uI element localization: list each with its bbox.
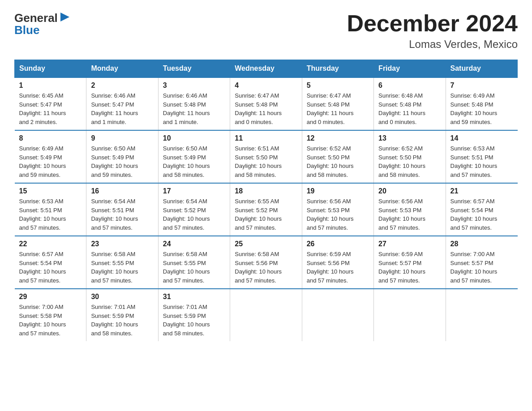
table-row: 18Sunrise: 6:55 AMSunset: 5:52 PMDayligh… bbox=[230, 183, 302, 236]
day-number: 30 bbox=[91, 293, 153, 301]
day-number: 21 bbox=[450, 187, 513, 195]
day-info: Sunrise: 6:56 AMSunset: 5:53 PMDaylight:… bbox=[307, 197, 369, 232]
day-info: Sunrise: 6:51 AMSunset: 5:50 PMDaylight:… bbox=[235, 144, 297, 179]
table-row: 15Sunrise: 6:53 AMSunset: 5:51 PMDayligh… bbox=[15, 183, 86, 236]
table-row: 29Sunrise: 7:00 AMSunset: 5:58 PMDayligh… bbox=[15, 289, 86, 341]
table-row: 9Sunrise: 6:50 AMSunset: 5:49 PMDaylight… bbox=[86, 130, 158, 183]
header-saturday: Saturday bbox=[446, 60, 517, 78]
day-number: 31 bbox=[163, 293, 225, 301]
day-number: 14 bbox=[450, 134, 513, 142]
table-row: 17Sunrise: 6:54 AMSunset: 5:52 PMDayligh… bbox=[158, 183, 230, 236]
day-info: Sunrise: 6:52 AMSunset: 5:50 PMDaylight:… bbox=[378, 144, 441, 179]
table-row: 2Sunrise: 6:46 AMSunset: 5:47 PMDaylight… bbox=[86, 77, 158, 130]
day-info: Sunrise: 6:59 AMSunset: 5:57 PMDaylight:… bbox=[378, 250, 441, 285]
day-number: 28 bbox=[450, 240, 513, 248]
table-row: 22Sunrise: 6:57 AMSunset: 5:54 PMDayligh… bbox=[15, 236, 86, 289]
header-monday: Monday bbox=[86, 60, 158, 78]
calendar-week-row: 8Sunrise: 6:49 AMSunset: 5:49 PMDaylight… bbox=[15, 130, 518, 183]
table-row: 19Sunrise: 6:56 AMSunset: 5:53 PMDayligh… bbox=[302, 183, 373, 236]
day-info: Sunrise: 6:50 AMSunset: 5:49 PMDaylight:… bbox=[163, 144, 225, 179]
day-info: Sunrise: 6:49 AMSunset: 5:49 PMDaylight:… bbox=[19, 144, 82, 179]
day-info: Sunrise: 6:58 AMSunset: 5:55 PMDaylight:… bbox=[91, 250, 153, 285]
day-info: Sunrise: 6:49 AMSunset: 5:48 PMDaylight:… bbox=[450, 91, 513, 126]
page-header: General Blue December 2024 Lomas Verdes,… bbox=[14, 11, 518, 51]
table-row: 7Sunrise: 6:49 AMSunset: 5:48 PMDaylight… bbox=[446, 77, 517, 130]
logo-text-general: General bbox=[14, 11, 58, 25]
table-row: 21Sunrise: 6:57 AMSunset: 5:54 PMDayligh… bbox=[446, 183, 517, 236]
day-info: Sunrise: 6:54 AMSunset: 5:52 PMDaylight:… bbox=[163, 197, 225, 232]
day-number: 29 bbox=[19, 293, 82, 301]
table-row: 5Sunrise: 6:47 AMSunset: 5:48 PMDaylight… bbox=[302, 77, 373, 130]
header-wednesday: Wednesday bbox=[230, 60, 302, 78]
day-number: 22 bbox=[19, 240, 82, 248]
day-info: Sunrise: 6:55 AMSunset: 5:52 PMDaylight:… bbox=[235, 197, 297, 232]
day-info: Sunrise: 7:01 AMSunset: 5:59 PMDaylight:… bbox=[91, 303, 153, 338]
calendar-subtitle: Lomas Verdes, Mexico bbox=[347, 38, 518, 51]
table-row bbox=[374, 289, 446, 341]
table-row: 24Sunrise: 6:58 AMSunset: 5:55 PMDayligh… bbox=[158, 236, 230, 289]
day-info: Sunrise: 6:56 AMSunset: 5:53 PMDaylight:… bbox=[378, 197, 441, 232]
table-row: 31Sunrise: 7:01 AMSunset: 5:59 PMDayligh… bbox=[158, 289, 230, 341]
header-tuesday: Tuesday bbox=[158, 60, 230, 78]
calendar-week-row: 29Sunrise: 7:00 AMSunset: 5:58 PMDayligh… bbox=[15, 289, 518, 341]
day-info: Sunrise: 6:54 AMSunset: 5:51 PMDaylight:… bbox=[91, 197, 153, 232]
day-number: 24 bbox=[163, 240, 225, 248]
day-number: 20 bbox=[378, 187, 441, 195]
day-info: Sunrise: 6:53 AMSunset: 5:51 PMDaylight:… bbox=[450, 144, 513, 179]
calendar-week-row: 15Sunrise: 6:53 AMSunset: 5:51 PMDayligh… bbox=[15, 183, 518, 236]
day-number: 27 bbox=[378, 240, 441, 248]
day-number: 10 bbox=[163, 134, 225, 142]
table-row: 20Sunrise: 6:56 AMSunset: 5:53 PMDayligh… bbox=[374, 183, 446, 236]
calendar-title-area: December 2024 Lomas Verdes, Mexico bbox=[347, 11, 518, 51]
table-row: 6Sunrise: 6:48 AMSunset: 5:48 PMDaylight… bbox=[374, 77, 446, 130]
table-row: 3Sunrise: 6:46 AMSunset: 5:48 PMDaylight… bbox=[158, 77, 230, 130]
calendar-table: Sunday Monday Tuesday Wednesday Thursday… bbox=[14, 60, 518, 341]
table-row bbox=[302, 289, 373, 341]
table-row bbox=[446, 289, 517, 341]
day-info: Sunrise: 6:46 AMSunset: 5:48 PMDaylight:… bbox=[163, 91, 225, 126]
day-number: 17 bbox=[163, 187, 225, 195]
day-number: 25 bbox=[235, 240, 297, 248]
day-number: 6 bbox=[378, 81, 441, 90]
table-row: 10Sunrise: 6:50 AMSunset: 5:49 PMDayligh… bbox=[158, 130, 230, 183]
table-row: 8Sunrise: 6:49 AMSunset: 5:49 PMDaylight… bbox=[15, 130, 86, 183]
table-row: 12Sunrise: 6:52 AMSunset: 5:50 PMDayligh… bbox=[302, 130, 373, 183]
day-number: 5 bbox=[307, 81, 369, 90]
day-info: Sunrise: 6:47 AMSunset: 5:48 PMDaylight:… bbox=[235, 91, 297, 126]
day-info: Sunrise: 6:57 AMSunset: 5:54 PMDaylight:… bbox=[450, 197, 513, 232]
table-row: 13Sunrise: 6:52 AMSunset: 5:50 PMDayligh… bbox=[374, 130, 446, 183]
header-thursday: Thursday bbox=[302, 60, 373, 78]
day-info: Sunrise: 7:00 AMSunset: 5:57 PMDaylight:… bbox=[450, 250, 513, 285]
day-number: 1 bbox=[19, 81, 82, 90]
day-number: 18 bbox=[235, 187, 297, 195]
day-info: Sunrise: 6:45 AMSunset: 5:47 PMDaylight:… bbox=[19, 91, 82, 126]
day-number: 12 bbox=[307, 134, 369, 142]
table-row: 23Sunrise: 6:58 AMSunset: 5:55 PMDayligh… bbox=[86, 236, 158, 289]
table-row: 25Sunrise: 6:58 AMSunset: 5:56 PMDayligh… bbox=[230, 236, 302, 289]
day-info: Sunrise: 6:59 AMSunset: 5:56 PMDaylight:… bbox=[307, 250, 369, 285]
day-number: 11 bbox=[235, 134, 297, 142]
day-number: 13 bbox=[378, 134, 441, 142]
table-row: 14Sunrise: 6:53 AMSunset: 5:51 PMDayligh… bbox=[446, 130, 517, 183]
logo-text-blue: Blue bbox=[14, 23, 39, 37]
logo-flag-icon bbox=[59, 11, 71, 25]
table-row: 4Sunrise: 6:47 AMSunset: 5:48 PMDaylight… bbox=[230, 77, 302, 130]
table-row: 16Sunrise: 6:54 AMSunset: 5:51 PMDayligh… bbox=[86, 183, 158, 236]
calendar-title: December 2024 bbox=[347, 11, 518, 36]
day-number: 2 bbox=[91, 81, 153, 90]
header-friday: Friday bbox=[374, 60, 446, 78]
svg-marker-0 bbox=[60, 13, 69, 21]
day-info: Sunrise: 6:58 AMSunset: 5:55 PMDaylight:… bbox=[163, 250, 225, 285]
day-number: 16 bbox=[91, 187, 153, 195]
day-number: 9 bbox=[91, 134, 153, 142]
day-info: Sunrise: 6:47 AMSunset: 5:48 PMDaylight:… bbox=[307, 91, 369, 126]
header-sunday: Sunday bbox=[15, 60, 86, 78]
day-info: Sunrise: 7:01 AMSunset: 5:59 PMDaylight:… bbox=[163, 303, 225, 338]
day-number: 15 bbox=[19, 187, 82, 195]
logo: General Blue bbox=[14, 11, 71, 37]
table-row: 27Sunrise: 6:59 AMSunset: 5:57 PMDayligh… bbox=[374, 236, 446, 289]
calendar-week-row: 22Sunrise: 6:57 AMSunset: 5:54 PMDayligh… bbox=[15, 236, 518, 289]
table-row: 28Sunrise: 7:00 AMSunset: 5:57 PMDayligh… bbox=[446, 236, 517, 289]
day-number: 19 bbox=[307, 187, 369, 195]
day-info: Sunrise: 6:58 AMSunset: 5:56 PMDaylight:… bbox=[235, 250, 297, 285]
